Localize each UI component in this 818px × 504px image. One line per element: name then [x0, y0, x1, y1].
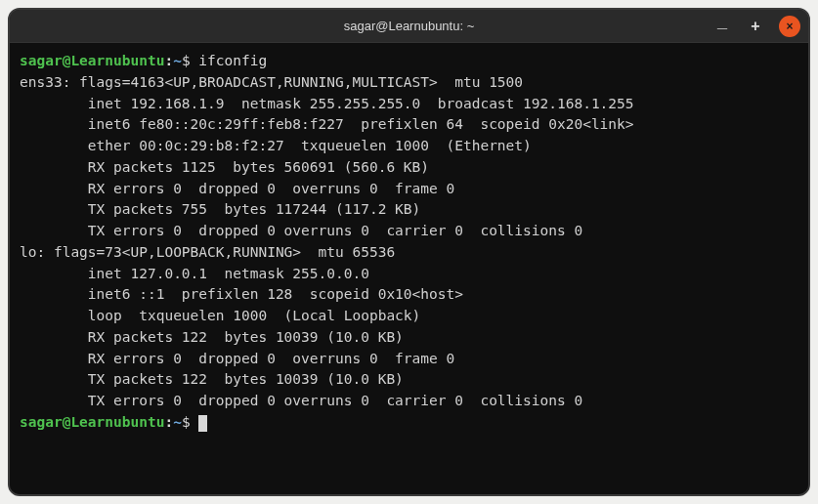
output-line: inet 192.168.1.9 netmask 255.255.255.0 b… — [20, 94, 798, 115]
window-title: sagar@Learnubuntu: ~ — [344, 19, 475, 33]
cursor — [198, 415, 207, 432]
prompt-host: Learnubuntu — [70, 53, 164, 68]
prompt-dollar: $ — [182, 414, 191, 430]
output-line: inet6 ::1 prefixlen 128 scopeid 0x10<hos… — [20, 284, 798, 306]
prompt-path: ~ — [173, 53, 182, 68]
output-line: RX packets 1125 bytes 560691 (560.6 KB) — [20, 157, 798, 179]
output-line: TX errors 0 dropped 0 overruns 0 carrier… — [20, 221, 798, 242]
prompt-line-1: sagar@Learnubuntu:~$ ifconfig — [20, 51, 798, 72]
output-line: ether 00:0c:29:b8:f2:27 txqueuelen 1000 … — [20, 136, 798, 157]
output-line: inet6 fe80::20c:29ff:feb8:f227 prefixlen… — [20, 114, 798, 136]
prompt-path: ~ — [173, 414, 182, 430]
prompt-colon: : — [164, 414, 173, 430]
maximize-button[interactable]: + — [746, 17, 765, 36]
output-line: lo: flags=73<UP,LOOPBACK,RUNNING> mtu 65… — [20, 242, 798, 264]
minimize-button[interactable]: _ — [712, 13, 732, 32]
close-button[interactable]: × — [779, 16, 800, 37]
prompt-dollar: $ — [182, 53, 191, 68]
output-line: TX packets 122 bytes 10039 (10.0 KB) — [20, 369, 798, 391]
terminal-viewport[interactable]: sagar@Learnubuntu:~$ ifconfigens33: flag… — [10, 43, 808, 494]
output-line: RX errors 0 dropped 0 overruns 0 frame 0 — [20, 179, 798, 200]
prompt-colon: : — [164, 53, 173, 68]
output-line: TX packets 755 bytes 117244 (117.2 KB) — [20, 199, 798, 221]
prompt-host: Learnubuntu — [70, 414, 164, 430]
prompt-user: sagar — [20, 414, 63, 430]
terminal-window: sagar@Learnubuntu: ~ _ + × sagar@Learnub… — [8, 8, 810, 496]
output-line: TX errors 0 dropped 0 overruns 0 carrier… — [20, 391, 798, 412]
titlebar[interactable]: sagar@Learnubuntu: ~ _ + × — [10, 10, 808, 43]
command-output: ens33: flags=4163<UP,BROADCAST,RUNNING,M… — [20, 72, 798, 412]
output-line: RX errors 0 dropped 0 overruns 0 frame 0 — [20, 349, 798, 370]
output-line: inet 127.0.0.1 netmask 255.0.0.0 — [20, 264, 798, 285]
output-line: ens33: flags=4163<UP,BROADCAST,RUNNING,M… — [20, 72, 798, 94]
command-text: ifconfig — [198, 53, 267, 68]
window-controls: _ + × — [712, 16, 800, 37]
prompt-user: sagar — [20, 53, 63, 68]
output-line: loop txqueuelen 1000 (Local Loopback) — [20, 306, 798, 327]
prompt-line-2: sagar@Learnubuntu:~$ — [20, 412, 798, 434]
output-line: RX packets 122 bytes 10039 (10.0 KB) — [20, 327, 798, 349]
